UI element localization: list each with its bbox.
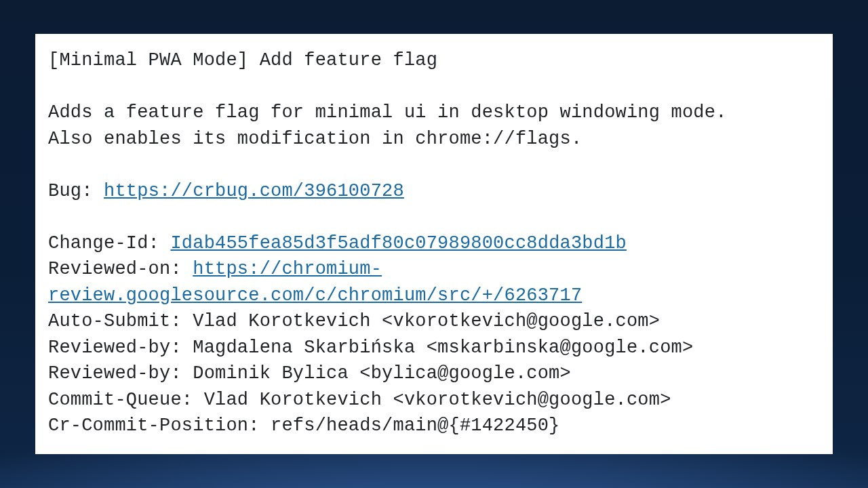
cr-commit-position-line: Cr-Commit-Position: refs/heads/main@{#14…: [48, 413, 820, 439]
commit-title: [Minimal PWA Mode] Add feature flag: [48, 47, 820, 74]
reviewed-by-line-1: Reviewed-by: Magdalena Skarbińska <mskar…: [48, 335, 820, 361]
commit-message-card: [Minimal PWA Mode] Add feature flag Adds…: [35, 34, 833, 454]
bug-line: Bug: https://crbug.com/396100728: [48, 178, 820, 205]
blank-line: [48, 204, 820, 230]
change-id-label: Change-Id:: [48, 233, 170, 253]
commit-body-line1: Adds a feature flag for minimal ui in de…: [48, 100, 820, 126]
blank-line: [48, 152, 820, 178]
change-id-line: Change-Id: Idab455fea85d3f5adf80c0798980…: [48, 230, 820, 257]
change-id-link[interactable]: Idab455fea85d3f5adf80c07989800cc8dda3bd1…: [170, 233, 627, 253]
reviewed-on-label: Reviewed-on:: [48, 259, 193, 279]
bug-link[interactable]: https://crbug.com/396100728: [104, 181, 404, 201]
commit-body-line2: Also enables its modification in chrome:…: [48, 126, 820, 152]
bug-label: Bug:: [48, 181, 104, 201]
auto-submit-line: Auto-Submit: Vlad Korotkevich <vkorotkev…: [48, 308, 820, 335]
blank-line: [48, 74, 820, 100]
commit-queue-line: Commit-Queue: Vlad Korotkevich <vkorotke…: [48, 387, 820, 413]
reviewed-on-line: Reviewed-on: https://chromium-review.goo…: [48, 256, 820, 308]
reviewed-by-line-2: Reviewed-by: Dominik Bylica <bylica@goog…: [48, 361, 820, 387]
